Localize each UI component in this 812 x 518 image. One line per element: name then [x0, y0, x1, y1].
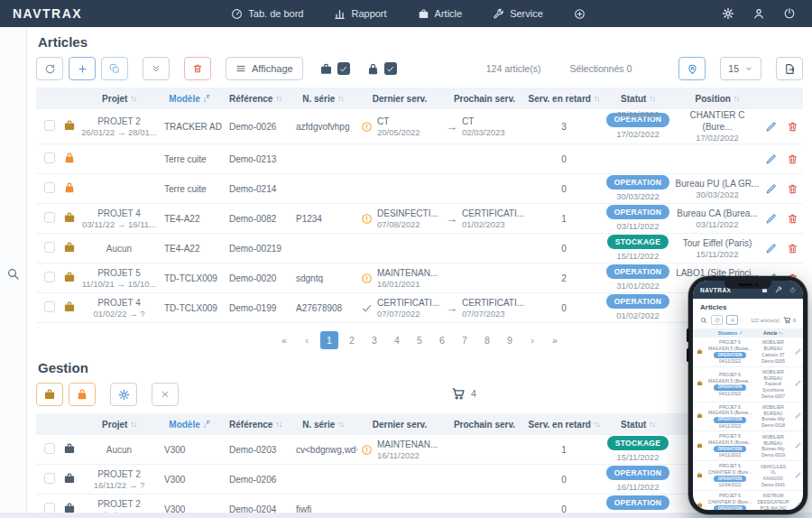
page-4[interactable]: 4 [388, 331, 406, 349]
column-header[interactable]: Référence↑↓ [222, 94, 289, 104]
row-checkbox[interactable] [44, 503, 55, 513]
row-checkbox[interactable] [44, 443, 55, 454]
edit-pencil-icon[interactable] [795, 442, 801, 449]
nav-item-service[interactable]: Service [493, 8, 543, 20]
equipment-checkbox[interactable] [337, 62, 350, 75]
column-header[interactable]: Prochain serv. [442, 420, 527, 430]
page-8[interactable]: 8 [478, 331, 496, 349]
user-icon[interactable] [752, 7, 765, 20]
edit-pencil-icon[interactable] [765, 243, 777, 254]
power-icon[interactable] [789, 287, 796, 293]
power-icon[interactable] [783, 7, 796, 20]
nav-item-report[interactable]: Rapport [334, 8, 386, 20]
phone-column-article[interactable]: Article ↑↓ [754, 330, 792, 336]
status-badge: OPERATION [606, 466, 670, 480]
page-2[interactable]: 2 [343, 331, 361, 349]
column-header[interactable]: Serv. en retard↑↓ [527, 94, 601, 104]
search-icon[interactable] [700, 317, 707, 324]
edit-pencil-icon[interactable] [765, 213, 777, 225]
gestion-clear-button[interactable] [152, 383, 179, 406]
delete-trash-icon[interactable] [787, 183, 798, 195]
row-checkbox[interactable] [44, 473, 55, 484]
delete-trash-icon[interactable] [787, 121, 798, 133]
row-checkbox[interactable] [44, 120, 55, 131]
page-5[interactable]: 5 [411, 331, 429, 349]
delete-trash-icon[interactable] [787, 153, 798, 165]
project-cell: PROJET 216/11/22 → ? [81, 498, 157, 513]
row-checkbox[interactable] [44, 301, 55, 312]
phone-row: PROJET 6MAGASIN 5 (Burea...OPERATION04/1… [693, 402, 803, 432]
cart-icon[interactable] [451, 386, 466, 401]
column-header[interactable]: Dernier serv. [357, 420, 442, 430]
page-›[interactable]: › [523, 331, 541, 349]
edit-pencil-icon[interactable] [765, 183, 777, 195]
edit-pencil-icon[interactable] [795, 348, 801, 355]
page-6[interactable]: 6 [433, 331, 451, 349]
expand-button[interactable] [143, 57, 170, 80]
page-7[interactable]: 7 [456, 331, 474, 349]
gestion-settings-button[interactable] [110, 383, 137, 406]
column-header[interactable]: Modèle↓F [157, 420, 222, 430]
column-header[interactable]: Dernier serv. [357, 94, 442, 104]
status-badge: OPERATION [606, 495, 670, 510]
page-size-select[interactable]: 15 [720, 57, 761, 80]
column-header[interactable]: N. série↑↓ [289, 94, 357, 104]
delete-button[interactable] [184, 57, 211, 80]
phone-refresh-button[interactable] [711, 315, 723, 325]
edit-pencil-icon[interactable] [795, 502, 801, 508]
page-1[interactable]: 1 [320, 331, 338, 349]
gestion-consumable-button[interactable] [69, 383, 96, 406]
reference-cell: Demo-0199 [222, 303, 289, 313]
column-header[interactable]: Serv. en retard↑↓ [527, 420, 601, 430]
table-row: PROJET 403/11/22 → 16/11... TE4-A22 Demo… [36, 204, 803, 234]
delete-trash-icon[interactable] [787, 213, 798, 225]
column-header[interactable]: Prochain serv. [442, 94, 527, 104]
consumable-checkbox[interactable] [384, 62, 397, 75]
nav-item-dashboard[interactable]: Tab. de bord [231, 8, 303, 20]
edit-pencil-icon[interactable] [795, 412, 801, 419]
edit-pencil-icon[interactable] [795, 380, 801, 386]
row-checkbox[interactable] [44, 272, 55, 282]
page-«[interactable]: « [275, 331, 293, 349]
column-header[interactable]: Projet↑↓ [81, 94, 157, 104]
search-icon[interactable] [6, 35, 20, 513]
affichage-button[interactable]: Affichage [226, 57, 303, 80]
export-button[interactable] [776, 57, 803, 80]
copy-button[interactable] [101, 57, 128, 80]
edit-pencil-icon[interactable] [795, 472, 801, 478]
add-button[interactable] [69, 57, 96, 80]
map-pin-button[interactable] [678, 57, 706, 80]
row-checkbox[interactable] [44, 212, 55, 223]
phone-column-situation[interactable]: Situation ↓ᶠ [706, 330, 754, 336]
nav-item-article[interactable]: Article [418, 8, 463, 20]
page-‹[interactable]: ‹ [298, 331, 316, 349]
column-header[interactable]: Projet↑↓ [81, 420, 157, 430]
column-header[interactable]: Statut↑↓ [601, 94, 675, 104]
row-checkbox[interactable] [44, 153, 55, 163]
nav-item-add[interactable] [574, 8, 586, 20]
refresh-button[interactable] [36, 57, 63, 80]
wrench-icon[interactable] [775, 286, 782, 293]
column-header[interactable]: N. série↑↓ [289, 420, 357, 430]
sort-icon: ↑↓ [594, 420, 600, 429]
page-9[interactable]: 9 [501, 331, 519, 349]
page-3[interactable]: 3 [365, 331, 383, 349]
serial-cell: cv<bdgnwg,wd< [289, 445, 357, 455]
phone-row: PROJET 6CHANTIER D (Bure...OPERATION12/0… [693, 461, 803, 491]
gear-icon[interactable] [722, 7, 734, 20]
phone-situation-cell: PROJET 6MAGASIN 5 (Burea...OPERATION04/1… [706, 433, 754, 458]
column-header[interactable]: Référence↑↓ [222, 420, 289, 430]
column-header[interactable]: Statut↑↓ [601, 420, 675, 430]
edit-pencil-icon[interactable] [765, 121, 777, 133]
row-checkbox[interactable] [44, 182, 55, 193]
page-»[interactable]: » [546, 331, 564, 349]
overdue-cell: 0 [527, 154, 601, 164]
edit-pencil-icon[interactable] [765, 153, 777, 165]
delete-trash-icon[interactable] [787, 243, 798, 254]
gestion-equipment-button[interactable] [36, 383, 63, 406]
row-checkbox[interactable] [44, 242, 55, 253]
phone-add-button[interactable] [726, 315, 738, 325]
column-header[interactable]: Position↑↓ [675, 94, 760, 104]
column-header[interactable]: Modèle↓F [157, 94, 222, 104]
cart-icon[interactable] [783, 316, 791, 324]
